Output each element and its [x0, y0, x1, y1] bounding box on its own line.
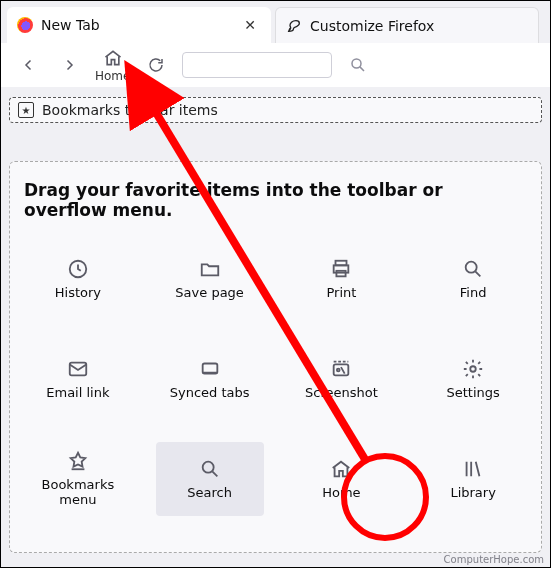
toolbar-item-label: Email link: [46, 386, 109, 401]
toolbar-item-history[interactable]: History: [24, 242, 132, 316]
scissors-icon: [330, 358, 352, 380]
home-button[interactable]: Home: [95, 48, 130, 83]
toolbar-item-label: Synced tabs: [170, 386, 250, 401]
toolbar-item-print[interactable]: Print: [288, 242, 396, 316]
device-icon: [199, 358, 221, 380]
tab-label: Customize Firefox: [310, 18, 528, 34]
tab-strip: New Tab ✕ Customize Firefox: [1, 1, 550, 43]
svg-rect-8: [334, 364, 349, 375]
tab-new-tab[interactable]: New Tab ✕: [7, 7, 271, 43]
library-icon: [462, 458, 484, 480]
svg-point-5: [466, 261, 477, 272]
mail-icon: [67, 358, 89, 380]
toolbar-item-home[interactable]: Home: [288, 442, 396, 516]
toolbar-item-label: History: [55, 286, 101, 301]
gear-icon: [462, 358, 484, 380]
toolbar-item-settings[interactable]: Settings: [419, 342, 527, 416]
toolbar-item-search[interactable]: Search: [156, 442, 264, 516]
navigation-toolbar: Home: [1, 43, 550, 87]
svg-point-11: [202, 461, 213, 472]
toolbar-item-synced-tabs[interactable]: Synced tabs: [156, 342, 264, 416]
folder-icon: [199, 258, 221, 280]
toolbar-item-label: Find: [460, 286, 487, 301]
toolbar-item-label: Print: [326, 286, 356, 301]
toolbar-item-screenshot[interactable]: Screenshot: [288, 342, 396, 416]
search-button[interactable]: [344, 51, 372, 79]
back-button[interactable]: [15, 51, 43, 79]
magnifier-icon: [199, 458, 221, 480]
svg-point-9: [337, 368, 340, 371]
dropzone-title: Drag your favorite items into the toolba…: [24, 180, 527, 220]
svg-rect-4: [337, 270, 346, 276]
bookmarks-toolbar-label: Bookmarks toolbar items: [42, 102, 218, 118]
printer-icon: [330, 258, 352, 280]
star-menu-icon: [67, 450, 89, 472]
toolbar-item-save-page[interactable]: Save page: [156, 242, 264, 316]
forward-button[interactable]: [55, 51, 83, 79]
paintbrush-icon: [286, 18, 302, 34]
toolbar-item-label: Settings: [446, 386, 499, 401]
attribution-text: ComputerHope.com: [444, 554, 544, 565]
svg-point-10: [470, 366, 476, 372]
home-icon: [103, 48, 123, 68]
customize-dropzone[interactable]: Drag your favorite items into the toolba…: [9, 161, 542, 553]
reload-button[interactable]: [142, 51, 170, 79]
bookmarks-star-icon: ★: [18, 102, 34, 118]
magnifier-icon: [462, 258, 484, 280]
close-tab-button[interactable]: ✕: [239, 14, 261, 36]
toolbar-item-label: Bookmarks menu: [26, 478, 130, 508]
bookmarks-toolbar-dropzone[interactable]: ★ Bookmarks toolbar items: [9, 97, 542, 123]
toolbar-item-library[interactable]: Library: [419, 442, 527, 516]
home-button-label: Home: [95, 69, 130, 83]
toolbar-item-email-link[interactable]: Email link: [24, 342, 132, 416]
toolbar-item-label: Screenshot: [305, 386, 378, 401]
url-bar[interactable]: [182, 52, 332, 78]
tab-customize[interactable]: Customize Firefox: [275, 7, 539, 43]
toolbar-item-bookmarks-menu[interactable]: Bookmarks menu: [24, 442, 132, 516]
toolbar-item-label: Library: [450, 486, 495, 501]
clock-icon: [67, 258, 89, 280]
svg-point-0: [352, 59, 361, 68]
toolbar-items-grid: HistorySave pagePrintFindEmail linkSynce…: [24, 242, 527, 516]
toolbar-item-label: Home: [322, 486, 360, 501]
toolbar-item-find[interactable]: Find: [419, 242, 527, 316]
tab-label: New Tab: [41, 17, 231, 33]
toolbar-item-label: Search: [187, 486, 232, 501]
firefox-logo-icon: [17, 17, 33, 33]
home-icon: [330, 458, 352, 480]
toolbar-item-label: Save page: [175, 286, 244, 301]
